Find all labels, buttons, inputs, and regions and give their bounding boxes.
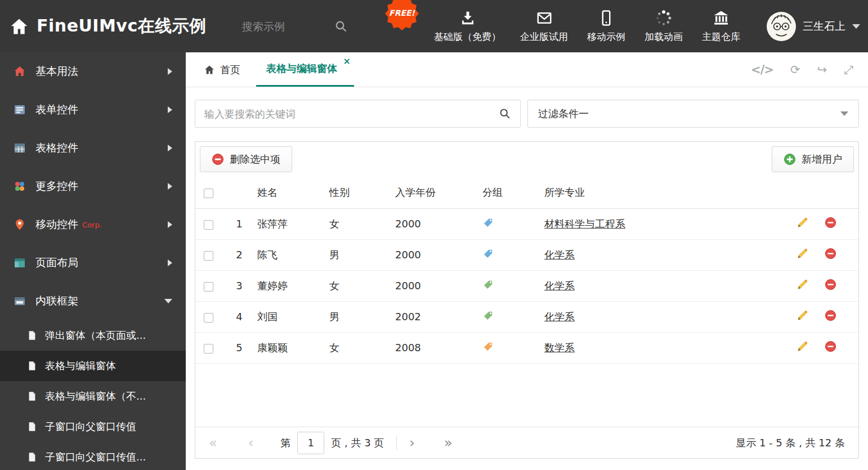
filter-dropdown[interactable]: 过滤条件一 xyxy=(527,100,859,128)
sidebar-subitem-popup-window[interactable]: 弹出窗体（本页面或... xyxy=(0,320,186,351)
sidebar-subitem-child-to-parent-2[interactable]: 子窗口向父窗口传值... xyxy=(0,442,186,470)
table-row: 5 康颖颖 女 2008 数学系 xyxy=(195,332,858,363)
search-icon[interactable] xyxy=(334,20,348,33)
table-empty-space xyxy=(195,364,858,427)
source-code-icon[interactable]: </> xyxy=(751,63,773,77)
last-page-button[interactable]: » xyxy=(444,436,453,450)
delete-icon[interactable] xyxy=(825,279,836,290)
tag-icon xyxy=(482,279,494,290)
row-checkbox[interactable] xyxy=(204,251,213,261)
sidebar-item-grid-controls[interactable]: 表格控件 xyxy=(0,129,186,167)
record-count-summary: 显示 1 - 5 条 , 共 12 条 xyxy=(736,436,845,450)
mobile-icon xyxy=(598,10,615,26)
file-icon xyxy=(27,452,37,462)
col-major: 所学专业 xyxy=(542,177,794,208)
tab-home[interactable]: 首页 xyxy=(194,52,250,87)
page-number-input[interactable] xyxy=(297,432,324,454)
main-content: 首页 表格与编辑窗体 × </> ⟳ ↪ ⤢ 过滤条件一 xyxy=(186,52,868,470)
major-link[interactable]: 数学系 xyxy=(544,342,575,353)
row-checkbox[interactable] xyxy=(204,220,213,230)
nav-mobile-demo[interactable]: 移动示例 xyxy=(578,0,635,52)
nav-loading-animation[interactable]: 加载动画 xyxy=(635,0,692,52)
tag-icon xyxy=(482,217,494,229)
col-year: 入学年份 xyxy=(393,177,480,208)
cell-year: 2008 xyxy=(393,332,480,363)
row-number: 3 xyxy=(223,270,255,301)
sidebar-subitem-grid-edit-window[interactable]: 表格与编辑窗体 xyxy=(0,351,186,381)
home-icon xyxy=(9,16,29,37)
row-checkbox[interactable] xyxy=(204,344,213,353)
sidebar-item-basic-usage[interactable]: 基本用法 xyxy=(0,52,186,91)
sidebar-item-more-controls[interactable]: 更多控件 xyxy=(0,167,186,205)
file-icon xyxy=(27,422,37,432)
nav-basic-free[interactable]: 基础版（免费） xyxy=(424,0,511,52)
row-checkbox[interactable] xyxy=(204,282,213,292)
delete-icon[interactable] xyxy=(825,217,836,229)
col-rownum xyxy=(223,177,255,208)
row-number: 5 xyxy=(223,332,255,363)
tag-icon xyxy=(482,341,494,352)
nav-label: 移动示例 xyxy=(587,30,625,43)
pin-icon xyxy=(14,218,26,231)
close-icon[interactable]: × xyxy=(343,57,351,66)
user-menu[interactable]: 三生石上 xyxy=(767,0,860,52)
delete-selected-button[interactable]: 删除选中项 xyxy=(200,146,292,172)
edit-icon[interactable] xyxy=(797,341,808,352)
chevron-right-icon xyxy=(168,106,172,113)
add-user-button[interactable]: 新增用户 xyxy=(772,146,854,172)
sidebar-item-page-layout[interactable]: 页面布局 xyxy=(0,244,186,282)
delete-icon[interactable] xyxy=(825,310,836,321)
nav-enterprise-trial[interactable]: 企业版试用 xyxy=(511,0,578,52)
home-icon xyxy=(204,64,215,75)
chevron-down-icon xyxy=(840,111,848,116)
row-checkbox[interactable] xyxy=(204,313,213,323)
edit-icon[interactable] xyxy=(797,310,808,321)
sidebar-item-iframe[interactable]: 内联框架 xyxy=(0,282,186,320)
free-badge[interactable]: FREE! xyxy=(385,0,419,30)
grid-toolbar: 删除选中项 新增用户 xyxy=(195,142,858,177)
tab-grid-edit-window[interactable]: 表格与编辑窗体 × xyxy=(256,52,354,87)
table-header-row: 姓名 性别 入学年份 分组 所学专业 xyxy=(195,177,858,208)
first-page-button[interactable]: « xyxy=(209,436,217,450)
chevron-right-icon xyxy=(168,68,172,75)
brand[interactable]: FineUIMvc在线示例 xyxy=(0,15,207,38)
home-icon xyxy=(14,65,26,78)
row-number: 1 xyxy=(223,208,255,239)
major-link[interactable]: 化学系 xyxy=(544,280,575,292)
delete-icon[interactable] xyxy=(825,341,836,352)
expand-icon[interactable]: ⤢ xyxy=(844,63,853,77)
minus-circle-icon xyxy=(212,153,224,165)
nav-label: 基础版（免费） xyxy=(434,30,501,43)
prev-page-button[interactable]: ‹ xyxy=(248,436,254,450)
select-all-checkbox[interactable] xyxy=(204,189,213,198)
tab-actions: </> ⟳ ↪ ⤢ xyxy=(751,52,868,87)
edit-icon[interactable] xyxy=(797,217,808,229)
cell-year: 2000 xyxy=(393,270,480,301)
col-gender: 性别 xyxy=(327,177,393,208)
sidebar-item-mobile-controls[interactable]: 移动控件 Corp. xyxy=(0,205,186,244)
users-table: 姓名 性别 入学年份 分组 所学专业 1 张萍萍 女 2000 材料 xyxy=(195,177,858,364)
sidebar-subitem-child-to-parent[interactable]: 子窗口向父窗口传值 xyxy=(0,411,186,442)
next-page-button[interactable]: › xyxy=(409,436,415,450)
nav-theme-repo[interactable]: 主题仓库 xyxy=(692,0,750,52)
sidebar-subitem-grid-edit-window-2[interactable]: 表格与编辑窗体（不... xyxy=(0,381,186,411)
cell-name: 张萍萍 xyxy=(255,208,327,239)
sidebar-item-form-controls[interactable]: 表单控件 xyxy=(0,91,186,129)
edit-icon[interactable] xyxy=(797,248,808,259)
edit-icon[interactable] xyxy=(797,279,808,290)
major-link[interactable]: 材料科学与工程系 xyxy=(544,218,625,230)
cell-name: 陈飞 xyxy=(255,239,327,270)
share-icon[interactable]: ↪ xyxy=(817,63,827,77)
refresh-icon[interactable]: ⟳ xyxy=(790,63,800,77)
file-icon xyxy=(27,330,37,341)
major-link[interactable]: 化学系 xyxy=(544,311,575,323)
delete-icon[interactable] xyxy=(825,248,836,259)
spinner-icon xyxy=(655,10,672,26)
major-link[interactable]: 化学系 xyxy=(544,249,575,261)
cell-gender: 女 xyxy=(327,208,393,239)
tab-bar: 首页 表格与编辑窗体 × </> ⟳ ↪ ⤢ xyxy=(186,52,868,87)
search-icon[interactable] xyxy=(499,108,511,120)
header-search-input[interactable] xyxy=(242,20,326,33)
keyword-search-input[interactable] xyxy=(204,108,499,120)
col-name: 姓名 xyxy=(255,177,327,208)
